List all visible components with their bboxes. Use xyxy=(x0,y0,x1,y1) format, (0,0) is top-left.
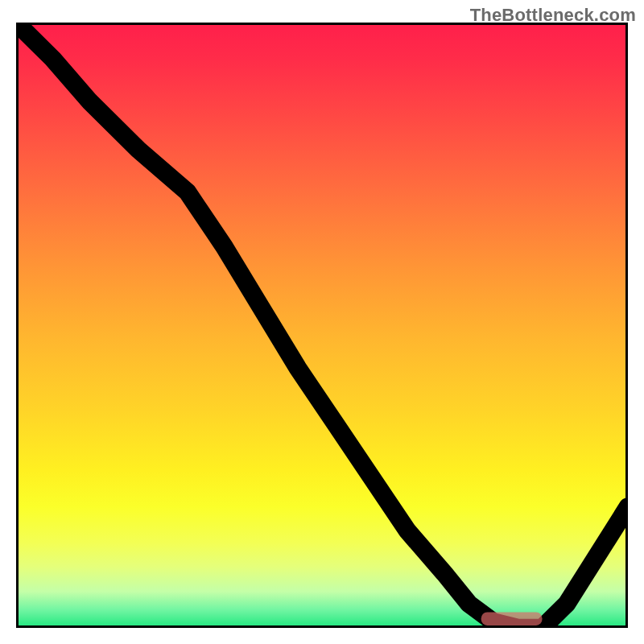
watermark-text: TheBottleneck.com xyxy=(470,5,636,26)
plot-area xyxy=(16,23,628,628)
heat-gradient-background xyxy=(16,23,628,628)
chart-container: TheBottleneck.com xyxy=(0,0,644,644)
